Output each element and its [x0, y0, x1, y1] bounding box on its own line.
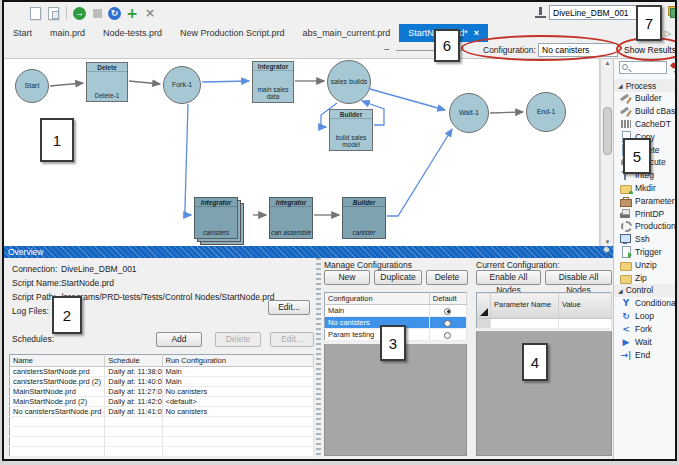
- configuration-name[interactable]: Param testing: [325, 329, 430, 341]
- node-fork-1[interactable]: Fork-1: [163, 66, 201, 104]
- delete-configuration-button[interactable]: Delete: [426, 270, 468, 285]
- schedule-row[interactable]: canistersStartNode.prdDaily at: 11:38:00…: [10, 367, 314, 377]
- palette-section-control[interactable]: ◢Control: [614, 284, 677, 297]
- configuration-name[interactable]: Main: [325, 305, 430, 317]
- parameter-value-cell[interactable]: [559, 319, 612, 329]
- palette-item-loop[interactable]: ↻Loop: [614, 310, 677, 323]
- configuration-name[interactable]: No canisters: [325, 317, 430, 329]
- tab-node-tests-prd[interactable]: Node-tests.prd: [94, 24, 171, 42]
- script-canvas[interactable]: StartDeleteDelete-1Fork-1Integratormain …: [4, 59, 600, 246]
- palette-item-builder[interactable]: Builder: [614, 92, 677, 105]
- zoom-out-icon[interactable]: −: [384, 44, 390, 55]
- column-header[interactable]: Schedule: [105, 355, 162, 367]
- run-icon[interactable]: →: [73, 7, 86, 20]
- palette-section-process[interactable]: ◢Process: [614, 79, 677, 92]
- palette-item-fork[interactable]: <Fork: [614, 323, 677, 336]
- copy-icon[interactable]: [28, 6, 42, 20]
- node-integrator-canisters[interactable]: Integratorcanisters: [194, 197, 238, 239]
- parameters-table[interactable]: Parameter Name Value: [476, 292, 612, 329]
- default-cell[interactable]: [429, 329, 466, 341]
- cell[interactable]: Daily at: 11:42:00: [105, 397, 162, 407]
- cell[interactable]: No canisters: [162, 407, 314, 417]
- default-radio[interactable]: [444, 332, 451, 339]
- refresh-icon[interactable]: ↻: [108, 7, 121, 20]
- cell[interactable]: No canistersStartNode.prd (3): [10, 407, 105, 417]
- overview-pin-icon[interactable]: [602, 247, 612, 257]
- tab-close-icon[interactable]: ×: [474, 28, 479, 38]
- add-icon[interactable]: +: [125, 6, 139, 20]
- tab-main-prd[interactable]: main.prd: [41, 24, 94, 42]
- palette-item-mkdir[interactable]: Mkdir: [614, 182, 677, 195]
- cell[interactable]: canistersStartNode.prd: [10, 367, 105, 377]
- enable-all-nodes-button[interactable]: Enable All Nodes: [476, 270, 541, 285]
- column-header[interactable]: Run Configuration: [162, 355, 314, 367]
- schedule-row[interactable]: MainStartNode.prdDaily at: 11:27:00No ca…: [10, 387, 314, 397]
- default-radio[interactable]: [444, 308, 451, 315]
- cell[interactable]: Main: [162, 377, 314, 387]
- cell[interactable]: Daily at: 11:27:00: [105, 387, 162, 397]
- palette-item-zip[interactable]: Zip: [614, 271, 677, 284]
- palette-item-trigger[interactable]: Trigger: [614, 246, 677, 259]
- cell[interactable]: No canisters: [162, 387, 314, 397]
- default-cell[interactable]: [429, 317, 466, 329]
- cell[interactable]: MainStartNode.prd (2): [10, 397, 105, 407]
- configuration-row-main[interactable]: Main: [325, 305, 467, 317]
- connection-name-input[interactable]: [549, 5, 646, 20]
- schedule-row[interactable]: No canistersStartNode.prd (3)Daily at: 1…: [10, 407, 314, 417]
- palette-item-build-cbase[interactable]: Build cBase: [614, 105, 677, 118]
- default-cell[interactable]: [429, 305, 466, 317]
- node-integrator-main[interactable]: Integratormain sales data: [252, 61, 294, 103]
- add-schedule-button[interactable]: Add: [156, 332, 202, 347]
- node-integrator-can-assemble[interactable]: Integratorcan assemble: [269, 197, 313, 239]
- duplicate-configuration-button[interactable]: Duplicate: [374, 270, 422, 285]
- node-start[interactable]: Start: [15, 69, 49, 103]
- parameter-name-cell[interactable]: [491, 319, 559, 329]
- tab-abs-main-current-prd[interactable]: abs_main_current.prd: [294, 24, 400, 42]
- schedule-row[interactable]: canistersStartNode.prd (2)Daily at: 11:4…: [10, 377, 314, 387]
- palette-search-input[interactable]: [619, 61, 667, 74]
- palette-item-cachedt[interactable]: CacheDT: [614, 118, 677, 131]
- palette-item-production[interactable]: Production: [614, 220, 677, 233]
- schedules-table[interactable]: NameScheduleRun ConfigurationcanistersSt…: [9, 354, 314, 457]
- cell[interactable]: <default>: [162, 397, 314, 407]
- tab-start[interactable]: Start: [4, 24, 41, 42]
- node-end-1[interactable]: End-1: [526, 92, 566, 132]
- node-sales-builds[interactable]: sales builds: [327, 60, 371, 104]
- palette-item-unzip[interactable]: Unzip: [614, 258, 677, 271]
- new-configuration-button[interactable]: New: [324, 270, 370, 285]
- cell[interactable]: Main: [162, 367, 314, 377]
- stop-icon[interactable]: [90, 6, 104, 20]
- palette-item-conditional[interactable]: YConditional: [614, 297, 677, 310]
- schedule-row[interactable]: MainStartNode.prd (2)Daily at: 11:42:00<…: [10, 397, 314, 407]
- new-file-icon[interactable]: [10, 6, 24, 20]
- node-wait-1[interactable]: Wait-1: [449, 93, 489, 133]
- tab-new-production-script-prd[interactable]: New Production Script.prd: [171, 24, 294, 42]
- column-header[interactable]: Name: [10, 355, 105, 367]
- palette-item-wait[interactable]: ▶Wait: [614, 335, 677, 348]
- cell[interactable]: canistersStartNode.prd (2): [10, 377, 105, 387]
- overview-panel-header[interactable]: Overview: [4, 246, 613, 258]
- disable-all-nodes-button[interactable]: Disable All Nodes: [545, 270, 612, 285]
- palette-item-printdp[interactable]: PrintDP: [614, 207, 677, 220]
- log-files-edit-button[interactable]: Edit...: [268, 300, 310, 315]
- node-builder-sales[interactable]: Builderbuild sales model: [329, 109, 373, 151]
- canvas-vertical-scrollbar[interactable]: ▲ ▼: [600, 59, 613, 246]
- palette-item-end[interactable]: →|End: [614, 348, 677, 361]
- paste-icon[interactable]: [46, 6, 60, 20]
- panel-splitter[interactable]: [316, 258, 321, 457]
- configuration-input[interactable]: [538, 43, 618, 57]
- cell[interactable]: Daily at: 11:41:00: [105, 407, 162, 417]
- palette-pin-icon[interactable]: [669, 63, 677, 73]
- tab-scroll-icon[interactable]: ▷: [665, 29, 671, 38]
- cell[interactable]: Daily at: 11:40:00: [105, 377, 162, 387]
- node-builder-canister[interactable]: Buildercanister: [342, 197, 386, 239]
- close-icon[interactable]: ×: [143, 6, 157, 20]
- palette-item-parameter[interactable]: Parameter: [614, 194, 677, 207]
- column-header[interactable]: Configuration: [325, 293, 430, 305]
- column-header[interactable]: Default: [429, 293, 466, 305]
- palette-item-ssh[interactable]: Ssh: [614, 233, 677, 246]
- cell[interactable]: Daily at: 11:38:00: [105, 367, 162, 377]
- node-delete-1[interactable]: DeleteDelete-1: [86, 62, 128, 102]
- cell[interactable]: MainStartNode.prd: [10, 387, 105, 397]
- scrollbar-thumb[interactable]: [603, 107, 612, 155]
